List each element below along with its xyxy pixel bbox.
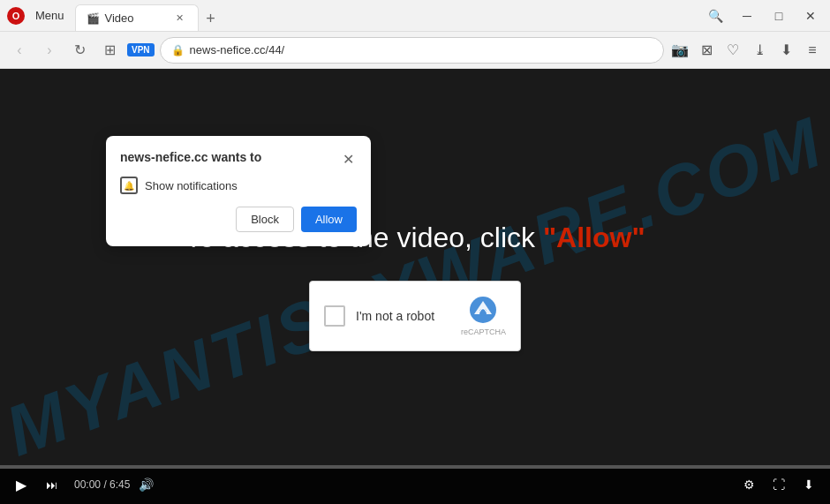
popup-close-button[interactable]: ✕ (339, 150, 357, 168)
tab-grid-button[interactable]: ⊞ (97, 38, 122, 63)
maximize-button[interactable]: □ (766, 4, 791, 28)
title-bar: O Menu 🎬 Video ✕ + 🔍 ─ □ ✕ (0, 0, 830, 32)
total-time: 6:45 (109, 478, 130, 491)
search-window-button[interactable]: 🔍 (703, 4, 728, 28)
tab-bar: 🎬 Video ✕ + (75, 0, 699, 31)
popup-content: 🔔 Show notifications (120, 177, 357, 194)
time-display: 00:00 / 6:45 (74, 478, 130, 491)
snap-icon[interactable]: ⤓ (749, 40, 770, 61)
captcha-brand: reCAPTCHA (461, 327, 506, 336)
toolbar-icons: 📷 ⊠ ♡ ⤓ ⬇ ≡ (669, 40, 823, 61)
controls-right: ⚙ ⛶ ⬇ (738, 474, 819, 495)
video-controls: ▶ ⏭ 00:00 / 6:45 🔊 ⚙ ⛶ ⬇ (0, 465, 830, 504)
settings-icon[interactable]: ≡ (802, 40, 823, 61)
allow-button[interactable]: Allow (301, 207, 357, 232)
recaptcha-logo (469, 296, 497, 324)
recaptcha-box: I'm not a robot reCAPTCHA (309, 281, 521, 351)
progress-bar-background[interactable] (0, 465, 830, 469)
window-controls: 🔍 ─ □ ✕ (703, 4, 823, 28)
tab-close-button[interactable]: ✕ (173, 11, 187, 26)
block-button[interactable]: Block (236, 207, 294, 232)
reload-button[interactable]: ↻ (67, 38, 92, 63)
popup-actions: Block Allow (120, 207, 357, 232)
close-window-button[interactable]: ✕ (798, 4, 823, 28)
notification-icon: 🔔 (120, 177, 138, 194)
opera-logo: O (7, 7, 25, 25)
captcha-branding: reCAPTCHA (461, 296, 506, 336)
shield-icon[interactable]: ⊠ (696, 40, 717, 61)
browser-window: O Menu 🎬 Video ✕ + 🔍 ─ □ ✕ ‹ › ↻ ⊞ VPN 🔒… (0, 0, 830, 504)
minimize-button[interactable]: ─ (735, 4, 759, 28)
volume-button[interactable]: 🔊 (139, 478, 154, 492)
heart-icon[interactable]: ♡ (722, 40, 743, 61)
vpn-badge[interactable]: VPN (127, 43, 155, 56)
lock-icon: 🔒 (171, 44, 185, 56)
message-highlight: "Allow" (543, 222, 645, 253)
camera-icon[interactable]: 📷 (669, 40, 690, 61)
tab-title: Video (105, 11, 168, 25)
fullscreen-button[interactable]: ⛶ (768, 474, 789, 495)
content-area: MYANTISPYWARE.COM To access to the video… (0, 69, 830, 504)
tab-favicon: 🎬 (87, 12, 100, 25)
title-bar-left: O Menu (7, 5, 72, 26)
back-button[interactable]: ‹ (7, 38, 32, 63)
menu-button[interactable]: Menu (28, 5, 72, 26)
active-tab[interactable]: 🎬 Video ✕ (75, 4, 199, 31)
video-player: MYANTISPYWARE.COM To access to the video… (0, 69, 830, 504)
captcha-label: I'm not a robot (356, 309, 450, 323)
notification-popup: news-nefice.cc wants to ✕ 🔔 Show notific… (106, 136, 371, 246)
next-button[interactable]: ⏭ (41, 474, 62, 495)
popup-title: news-nefice.cc wants to (120, 150, 261, 164)
download-icon[interactable]: ⬇ (775, 40, 796, 61)
download-video-button[interactable]: ⬇ (798, 474, 819, 495)
address-bar: ‹ › ↻ ⊞ VPN 🔒 news-nefice.cc/44/ 📷 ⊠ ♡ ⤓… (0, 32, 830, 69)
popup-description: Show notifications (145, 179, 238, 192)
new-tab-button[interactable]: + (199, 6, 223, 31)
popup-header: news-nefice.cc wants to ✕ (120, 150, 357, 168)
address-input[interactable]: 🔒 news-nefice.cc/44/ (160, 37, 664, 64)
settings-button[interactable]: ⚙ (738, 474, 759, 495)
play-button[interactable]: ▶ (11, 474, 32, 495)
url-text: news-nefice.cc/44/ (190, 43, 285, 56)
captcha-checkbox[interactable] (324, 305, 345, 327)
current-time: 00:00 (74, 478, 101, 491)
forward-button[interactable]: › (37, 38, 62, 63)
